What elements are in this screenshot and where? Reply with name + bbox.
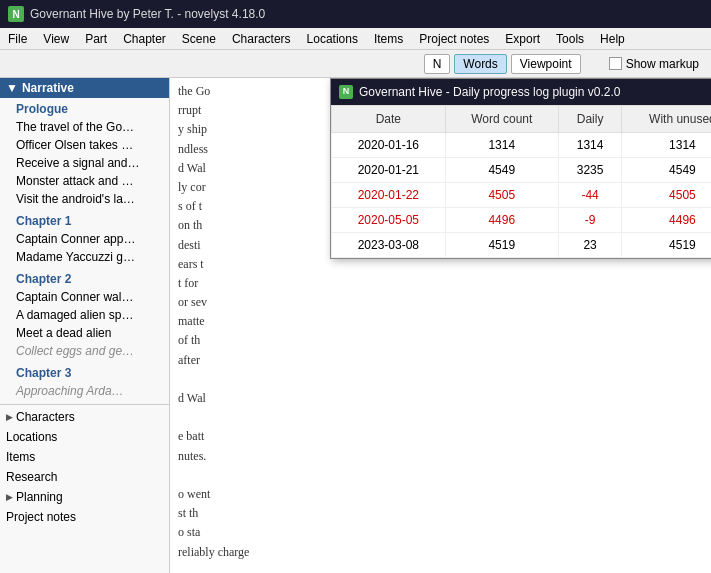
sidebar-chapter2[interactable]: Chapter 2 (0, 270, 169, 288)
cell-daily-2: 3235 (558, 158, 621, 183)
show-markup-label: Show markup (626, 57, 699, 71)
table-row: 2020-01-16 1314 1314 1314 1314 (332, 133, 712, 158)
sidebar-chapter3[interactable]: Chapter 3 (0, 364, 169, 382)
menu-help[interactable]: Help (592, 28, 633, 49)
words-button[interactable]: Words (454, 54, 506, 74)
dialog-content: Date Word count Daily With unused Daily … (331, 105, 711, 258)
cell-wc-3: 4505 (445, 183, 558, 208)
menu-characters[interactable]: Characters (224, 28, 299, 49)
sidebar-items[interactable]: Items (0, 447, 169, 467)
title-bar: N Governant Hive by Peter T. - novelyst … (0, 0, 711, 28)
sidebar-project-notes[interactable]: Project notes (0, 507, 169, 527)
sidebar-planning-label: Planning (16, 490, 63, 504)
cell-date-2: 2020-01-21 (332, 158, 446, 183)
menu-export[interactable]: Export (497, 28, 548, 49)
menu-items[interactable]: Items (366, 28, 411, 49)
sidebar-project-notes-label: Project notes (6, 510, 76, 524)
dialog-title-text: Governant Hive - Daily progress log plug… (359, 83, 620, 101)
cell-date-3: 2020-01-22 (332, 183, 446, 208)
cell-wc-4: 4496 (445, 208, 558, 233)
app-icon: N (8, 6, 24, 22)
cell-date-4: 2020-05-05 (332, 208, 446, 233)
table-row: 2020-01-22 4505 -44 4505 -44 (332, 183, 712, 208)
sidebar-locations-label: Locations (6, 430, 57, 444)
sidebar-ch1-scene-2[interactable]: Madame Yaccuzzi g… (0, 248, 169, 266)
menu-tools[interactable]: Tools (548, 28, 592, 49)
sidebar-title: Narrative (22, 81, 74, 95)
dialog-title-left: N Governant Hive - Daily progress log pl… (339, 83, 620, 101)
sidebar: ▼ Narrative Prologue The travel of the G… (0, 78, 170, 573)
menu-view[interactable]: View (35, 28, 77, 49)
dialog-table-wrap: Date Word count Daily With unused Daily … (331, 105, 711, 258)
sidebar-expand-icon: ▼ (6, 81, 18, 95)
cell-wc-2: 4549 (445, 158, 558, 183)
dialog-app-icon: N (339, 85, 353, 99)
progress-table: Date Word count Daily With unused Daily … (331, 105, 711, 258)
content-area: the Go rrupt y ship ndless d Wal ly cor … (170, 78, 711, 573)
menu-bar: File View Part Chapter Scene Characters … (0, 28, 711, 50)
sidebar-prologue-section: Prologue The travel of the Go… Officer O… (0, 98, 169, 210)
sidebar-characters-label: Characters (16, 410, 75, 424)
dialog-title-bar: N Governant Hive - Daily progress log pl… (331, 79, 711, 105)
table-row: 2020-01-21 4549 3235 4549 3235 (332, 158, 712, 183)
sidebar-ch2-scene-3[interactable]: Meet a dead alien (0, 324, 169, 342)
cell-unused-1: 1314 (622, 133, 711, 158)
characters-expand-icon: ▶ (6, 412, 13, 422)
sidebar-research[interactable]: Research (0, 467, 169, 487)
menu-file[interactable]: File (0, 28, 35, 49)
cell-daily-4: -9 (558, 208, 621, 233)
n-button[interactable]: N (424, 54, 451, 74)
viewpoint-button[interactable]: Viewpoint (511, 54, 581, 74)
col-word-count: Word count (445, 106, 558, 133)
sidebar-scene-5[interactable]: Visit the android's la… (0, 190, 169, 208)
cell-daily-5: 23 (558, 233, 621, 258)
menu-project-notes[interactable]: Project notes (411, 28, 497, 49)
table-row: 2020-05-05 4496 -9 4496 -9 (332, 208, 712, 233)
sidebar-ch2-scene-1[interactable]: Captain Conner wal… (0, 288, 169, 306)
show-markup-area: Show markup (609, 57, 699, 71)
sidebar-ch2-scene-2[interactable]: A damaged alien sp… (0, 306, 169, 324)
sidebar-chapter2-section: Chapter 2 Captain Conner wal… A damaged … (0, 268, 169, 362)
col-with-unused: With unused (622, 106, 711, 133)
sidebar-ch2-todo[interactable]: Collect eggs and ge… (0, 342, 169, 360)
sidebar-prologue[interactable]: Prologue (0, 100, 169, 118)
menu-chapter[interactable]: Chapter (115, 28, 174, 49)
sidebar-scene-2[interactable]: Officer Olsen takes … (0, 136, 169, 154)
progress-log-dialog[interactable]: N Governant Hive - Daily progress log pl… (330, 78, 711, 259)
sidebar-characters[interactable]: ▶ Characters (0, 407, 169, 427)
col-date: Date (332, 106, 446, 133)
cell-date-5: 2023-03-08 (332, 233, 446, 258)
show-markup-checkbox[interactable] (609, 57, 622, 70)
menu-part[interactable]: Part (77, 28, 115, 49)
sidebar-scene-4[interactable]: Monster attack and … (0, 172, 169, 190)
sidebar-ch3-todo[interactable]: Approaching Arda… (0, 382, 169, 400)
sidebar-ch1-scene-1[interactable]: Captain Conner app… (0, 230, 169, 248)
sidebar-scene-3[interactable]: Receive a signal and… (0, 154, 169, 172)
menu-locations[interactable]: Locations (299, 28, 366, 49)
sidebar-locations[interactable]: Locations (0, 427, 169, 447)
sidebar-planning[interactable]: ▶ Planning (0, 487, 169, 507)
sidebar-scene-1[interactable]: The travel of the Go… (0, 118, 169, 136)
planning-expand-icon: ▶ (6, 492, 13, 502)
cell-wc-5: 4519 (445, 233, 558, 258)
toolbar: N Words Viewpoint Show markup (0, 50, 711, 78)
col-daily: Daily (558, 106, 621, 133)
menu-scene[interactable]: Scene (174, 28, 224, 49)
main-layout: ▼ Narrative Prologue The travel of the G… (0, 78, 711, 573)
cell-unused-2: 4549 (622, 158, 711, 183)
table-row: 2023-03-08 4519 23 4519 23 (332, 233, 712, 258)
cell-date-1: 2020-01-16 (332, 133, 446, 158)
sidebar-divider (0, 404, 169, 405)
cell-unused-5: 4519 (622, 233, 711, 258)
sidebar-chapter1[interactable]: Chapter 1 (0, 212, 169, 230)
sidebar-chapter3-section: Chapter 3 Approaching Arda… (0, 362, 169, 402)
cell-daily-1: 1314 (558, 133, 621, 158)
cell-unused-4: 4496 (622, 208, 711, 233)
cell-unused-3: 4505 (622, 183, 711, 208)
sidebar-header: ▼ Narrative (0, 78, 169, 98)
sidebar-items-label: Items (6, 450, 35, 464)
app-title: Governant Hive by Peter T. - novelyst 4.… (30, 7, 265, 21)
sidebar-chapter1-section: Chapter 1 Captain Conner app… Madame Yac… (0, 210, 169, 268)
sidebar-research-label: Research (6, 470, 57, 484)
cell-wc-1: 1314 (445, 133, 558, 158)
